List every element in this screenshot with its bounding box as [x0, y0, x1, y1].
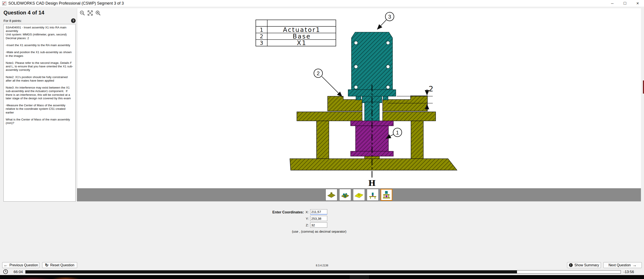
coord-y-label: Y:: [305, 217, 309, 220]
maximize-button[interactable]: ☐: [619, 0, 631, 7]
points-label: For 8 points:: [4, 19, 22, 22]
show-summary-label: Show Summary: [574, 263, 599, 267]
bom-item-number: 2: [260, 33, 264, 40]
bom-item-name: Base: [293, 33, 311, 40]
question-text[interactable]: S3A404001 - Insert assembly X1 into RA m…: [4, 24, 76, 202]
bom-item-number: 3: [260, 40, 264, 46]
coord-row-x: X:: [305, 209, 327, 214]
elapsed-time: 66:04: [14, 270, 23, 274]
section-drawing: H 3 2 1 2: [77, 8, 641, 188]
svg-text:3: 3: [388, 14, 391, 20]
zoom-toolbar: [79, 10, 101, 16]
centerline-label: H: [368, 178, 376, 188]
svg-text:2: 2: [429, 84, 434, 93]
timer-progress-track: [25, 270, 621, 274]
coord-row-z: Z:: [305, 222, 327, 228]
drawing-canvas: H 3 2 1 2: [77, 8, 641, 188]
title-bar: SOLIDWORKS CAD Design Professional (CSWP…: [0, 0, 644, 7]
thumbnail-5-selected[interactable]: [380, 189, 392, 201]
close-button[interactable]: ✕: [631, 0, 644, 7]
version-text: 8.3.4.2138: [0, 264, 644, 267]
coord-y-input[interactable]: [310, 216, 327, 221]
next-question-label: Next Question: [608, 263, 631, 267]
coord-x-input[interactable]: [310, 209, 327, 214]
show-summary-button[interactable]: ! Show Summary: [567, 262, 601, 268]
coord-z-label: Z:: [305, 223, 309, 227]
zoom-in-icon[interactable]: [95, 10, 101, 16]
timer-progress-fill: [26, 270, 517, 273]
thumbnail-1[interactable]: [326, 189, 337, 201]
coord-z-input[interactable]: [310, 222, 327, 228]
decimal-separator-note: (use , (comma) as decimal separator): [276, 230, 362, 233]
bom-item-number: 1: [260, 27, 264, 33]
zoom-fit-icon[interactable]: [87, 10, 93, 16]
window-controls: ─ ☐ ✕: [606, 0, 644, 7]
taskbar-app-item[interactable]: [350, 275, 369, 279]
window-title: SOLIDWORKS CAD Design Professional (CSWP…: [8, 1, 124, 6]
clock-icon: [3, 269, 8, 274]
coord-x-label: X:: [305, 210, 309, 214]
balloon-3: 3: [377, 12, 394, 29]
help-icon[interactable]: ?: [71, 18, 76, 23]
thumbnail-3[interactable]: [353, 189, 365, 201]
app-icon: [2, 1, 6, 6]
background-window-edge: [643, 80, 644, 94]
thumbnail-4[interactable]: [367, 189, 378, 201]
minimize-button[interactable]: ─: [606, 0, 619, 7]
balloon-2: 2: [314, 69, 342, 97]
taskbar[interactable]: [0, 275, 644, 279]
coord-row-y: Y:: [305, 216, 327, 221]
right-arrow-icon: →: [632, 263, 636, 267]
points-row: For 8 points: ?: [4, 18, 76, 23]
summary-info-icon: !: [569, 263, 573, 267]
next-question-button[interactable]: Next Question →: [603, 262, 642, 268]
bom-item-name: X1: [297, 39, 307, 46]
zoom-out-icon[interactable]: [79, 10, 85, 16]
bom-item-name: Actuator1: [283, 26, 320, 34]
thumbnail-2[interactable]: [339, 189, 351, 201]
remaining-time: -13:56: [624, 270, 634, 274]
thumbnail-strip: [77, 188, 641, 202]
enter-coordinates-label: Enter Coordinates:: [252, 210, 304, 214]
question-title: Question 4 of 14: [4, 10, 44, 16]
svg-text:1: 1: [396, 130, 399, 136]
svg-text:2: 2: [317, 70, 320, 76]
bom-table: 1 2 3 Actuator1 Base X1: [256, 20, 336, 47]
